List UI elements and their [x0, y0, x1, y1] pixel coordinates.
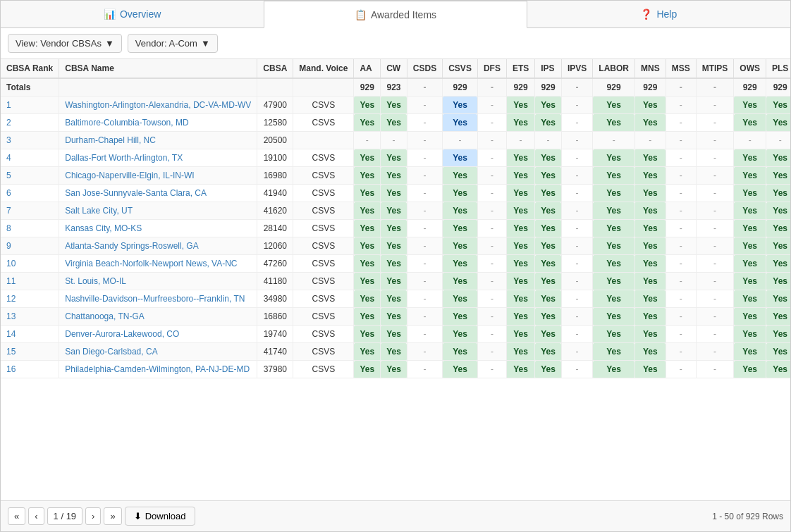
tab-help[interactable]: ❓ Help	[527, 1, 790, 27]
table-row: 3Durham-Chapel Hill, NC20500------------…	[1, 132, 790, 149]
view-dropdown[interactable]: View: Vendor CBSAs ▼	[8, 34, 122, 53]
table-cell: -	[561, 255, 592, 273]
table-cell: Yes	[593, 343, 635, 361]
table-cell: 12060	[257, 237, 293, 255]
row-link[interactable]: San Jose-Sunnyvale-Santa Clara, CA	[65, 188, 207, 198]
next-page-button[interactable]: ›	[85, 507, 101, 525]
first-page-button[interactable]: «	[8, 507, 25, 525]
download-button[interactable]: ⬇ Download	[125, 507, 195, 526]
prev-page-button[interactable]: ‹	[28, 507, 44, 525]
row-link[interactable]: Philadelphia-Camden-Wilmington, PA-NJ-DE…	[65, 364, 250, 374]
table-cell: -	[666, 202, 696, 220]
table-cell: CSVS	[293, 185, 354, 202]
table-container[interactable]: CBSA Rank CBSA Name CBSA Mand. Voice AA …	[1, 59, 790, 500]
table-cell: -	[561, 149, 592, 167]
row-link[interactable]: 10	[6, 259, 16, 268]
table-cell: Yes	[535, 97, 562, 114]
tab-overview[interactable]: 📊 Overview	[1, 1, 264, 27]
table-cell: Yes	[634, 290, 666, 308]
table-cell: Virginia Beach-Norfolk-Newport News, VA-…	[59, 255, 257, 273]
table-cell: -	[561, 97, 592, 114]
row-link[interactable]: 2	[6, 118, 11, 128]
last-page-button[interactable]: »	[104, 507, 121, 525]
table-cell: CSVS	[293, 290, 354, 308]
row-link[interactable]: Dallas-Fort Worth-Arlington, TX	[65, 153, 183, 163]
vendor-dropdown[interactable]: Vendor: A-Com ▼	[128, 34, 218, 53]
table-cell: Yes	[766, 237, 791, 255]
table-cell	[293, 132, 354, 149]
totals-mtips: -	[696, 78, 734, 97]
table-cell: -	[696, 114, 734, 132]
row-link[interactable]: 8	[6, 223, 11, 233]
table-cell: 19740	[257, 326, 293, 343]
row-link[interactable]: 12	[6, 294, 16, 304]
table-cell: Yes	[634, 185, 666, 202]
col-csds: CSDS	[407, 59, 442, 78]
row-link[interactable]: 7	[6, 206, 11, 216]
table-cell: -	[696, 202, 734, 220]
row-link[interactable]: Baltimore-Columbia-Towson, MD	[65, 118, 188, 128]
table-cell: 15	[1, 343, 59, 361]
table-cell: -	[561, 326, 592, 343]
row-link[interactable]: St. Louis, MO-IL	[65, 276, 126, 286]
totals-blank-2	[257, 78, 293, 97]
table-cell: -	[477, 149, 506, 167]
row-link[interactable]: 16	[6, 364, 16, 374]
row-link[interactable]: San Diego-Carlsbad, CA	[65, 347, 157, 357]
col-ipvs: IPVS	[561, 59, 592, 78]
table-cell: -	[407, 220, 442, 237]
table-cell: CSVS	[293, 220, 354, 237]
row-link[interactable]: Chattanooga, TN-GA	[65, 311, 145, 321]
table-cell: 8	[1, 220, 59, 237]
table-cell: -	[696, 326, 734, 343]
row-link[interactable]: 9	[6, 241, 11, 251]
table-cell: -	[666, 308, 696, 326]
row-link[interactable]: Atlanta-Sandy Springs-Roswell, GA	[65, 241, 198, 251]
table-cell: Yes	[506, 185, 534, 202]
col-cbsa-name: CBSA Name	[59, 59, 257, 78]
row-link[interactable]: 4	[6, 153, 11, 163]
totals-pls: 929	[766, 78, 791, 97]
row-link[interactable]: Virginia Beach-Norfolk-Newport News, VA-…	[65, 259, 237, 268]
table-cell: Yes	[443, 255, 478, 273]
table-row: 12Nashville-Davidson--Murfreesboro--Fran…	[1, 290, 790, 308]
table-cell: 12580	[257, 114, 293, 132]
table-cell: Denver-Aurora-Lakewood, CO	[59, 326, 257, 343]
row-link[interactable]: Kansas City, MO-KS	[65, 223, 142, 233]
row-link[interactable]: 6	[6, 188, 11, 198]
table-cell: Yes	[535, 220, 562, 237]
row-link[interactable]: Chicago-Naperville-Elgin, IL-IN-WI	[65, 171, 194, 180]
table-cell: 16860	[257, 308, 293, 326]
table-row: 10Virginia Beach-Norfolk-Newport News, V…	[1, 255, 790, 273]
row-link[interactable]: 13	[6, 311, 16, 321]
row-link[interactable]: Denver-Aurora-Lakewood, CO	[65, 329, 179, 339]
table-cell: Yes	[443, 308, 478, 326]
table-cell: Yes	[766, 361, 791, 378]
row-link[interactable]: Nashville-Davidson--Murfreesboro--Frankl…	[65, 294, 245, 304]
row-link[interactable]: 1	[6, 100, 11, 110]
table-cell: Dallas-Fort Worth-Arlington, TX	[59, 149, 257, 167]
table-cell: Yes	[593, 361, 635, 378]
col-mtips: MTIPS	[696, 59, 734, 78]
table-cell: 41740	[257, 343, 293, 361]
row-link[interactable]: 5	[6, 171, 11, 180]
page-display: 1 / 19	[54, 511, 77, 521]
row-link[interactable]: 11	[6, 276, 16, 286]
table-cell: Yes	[634, 255, 666, 273]
row-link[interactable]: Durham-Chapel Hill, NC	[65, 135, 156, 145]
table-cell: Yes	[593, 220, 635, 237]
table-cell: Yes	[593, 290, 635, 308]
table-cell: Yes	[354, 326, 381, 343]
row-link[interactable]: 15	[6, 347, 16, 357]
table-cell: Yes	[506, 97, 534, 114]
table-cell: Yes	[354, 149, 381, 167]
row-link[interactable]: 14	[6, 329, 16, 339]
row-link[interactable]: Salt Lake City, UT	[65, 206, 133, 216]
table-cell: Yes	[535, 273, 562, 290]
row-link[interactable]: 3	[6, 135, 11, 145]
table-cell: 37980	[257, 361, 293, 378]
tab-awarded[interactable]: 📋 Awarded Items	[264, 1, 527, 28]
table-cell: Yes	[506, 326, 534, 343]
table-cell: -	[666, 343, 696, 361]
row-link[interactable]: Washington-Arlington-Alexandria, DC-VA-M…	[65, 100, 251, 110]
